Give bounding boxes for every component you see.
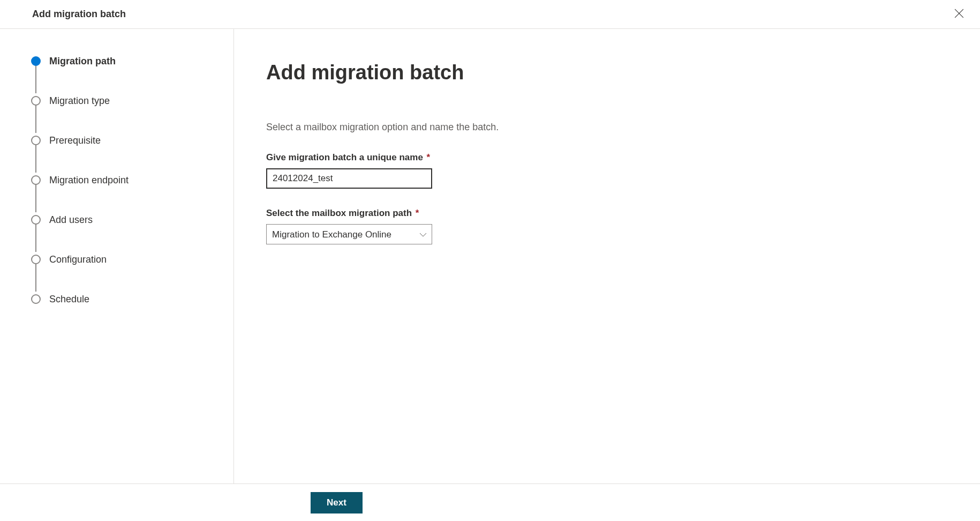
step-indicator-icon bbox=[31, 56, 41, 66]
page-title: Add migration batch bbox=[266, 61, 948, 84]
step-add-users[interactable]: Add users bbox=[31, 213, 217, 226]
step-connector bbox=[35, 105, 36, 133]
migration-path-label: Select the mailbox migration path * bbox=[266, 208, 948, 219]
step-label: Configuration bbox=[49, 254, 107, 265]
step-prerequisite[interactable]: Prerequisite bbox=[31, 134, 217, 147]
main-content: Add migration batch Select a mailbox mig… bbox=[234, 29, 980, 483]
step-connector bbox=[35, 184, 36, 212]
step-indicator-icon bbox=[31, 96, 41, 106]
step-migration-type[interactable]: Migration type bbox=[31, 94, 217, 107]
next-button[interactable]: Next bbox=[311, 492, 363, 513]
step-connector bbox=[35, 264, 36, 292]
step-label: Migration endpoint bbox=[49, 175, 129, 186]
batch-name-label: Give migration batch a unique name * bbox=[266, 152, 948, 163]
page-description: Select a mailbox migration option and na… bbox=[266, 122, 948, 133]
step-connector bbox=[35, 224, 36, 252]
close-icon bbox=[954, 9, 964, 20]
step-label: Migration type bbox=[49, 95, 110, 107]
step-configuration[interactable]: Configuration bbox=[31, 253, 217, 266]
migration-path-select[interactable]: Migration to Exchange Online bbox=[266, 224, 432, 244]
migration-path-select-wrapper: Migration to Exchange Online bbox=[266, 224, 432, 244]
step-indicator-icon bbox=[31, 255, 41, 264]
batch-name-group: Give migration batch a unique name * bbox=[266, 152, 948, 189]
step-indicator-icon bbox=[31, 294, 41, 304]
wizard-steps-sidebar: Migration path Migration type Prerequisi… bbox=[0, 29, 234, 483]
step-migration-endpoint[interactable]: Migration endpoint bbox=[31, 174, 217, 187]
step-indicator-icon bbox=[31, 215, 41, 225]
step-indicator-icon bbox=[31, 175, 41, 185]
step-migration-path[interactable]: Migration path bbox=[31, 55, 217, 68]
step-list: Migration path Migration type Prerequisi… bbox=[31, 55, 217, 306]
step-label: Add users bbox=[49, 214, 93, 226]
dialog-footer: Next bbox=[0, 483, 980, 521]
step-indicator-icon bbox=[31, 136, 41, 145]
step-connector bbox=[35, 145, 36, 173]
step-label: Migration path bbox=[49, 56, 116, 67]
dialog-body: Migration path Migration type Prerequisi… bbox=[0, 29, 980, 483]
migration-path-label-text: Select the mailbox migration path bbox=[266, 208, 412, 218]
step-label: Schedule bbox=[49, 294, 89, 305]
migration-path-group: Select the mailbox migration path * Migr… bbox=[266, 208, 948, 244]
dialog-title: Add migration batch bbox=[32, 9, 126, 20]
step-schedule[interactable]: Schedule bbox=[31, 293, 217, 306]
batch-name-input[interactable] bbox=[266, 168, 432, 189]
dialog-header: Add migration batch bbox=[0, 0, 980, 29]
close-button[interactable] bbox=[951, 5, 967, 23]
step-label: Prerequisite bbox=[49, 135, 101, 146]
batch-name-label-text: Give migration batch a unique name bbox=[266, 152, 423, 162]
required-indicator: * bbox=[427, 152, 431, 162]
step-connector bbox=[35, 65, 36, 93]
required-indicator: * bbox=[416, 208, 419, 218]
